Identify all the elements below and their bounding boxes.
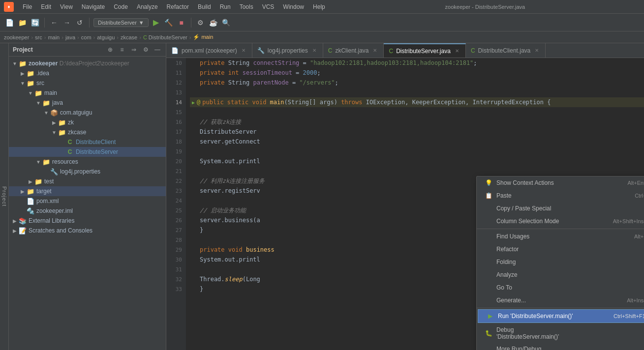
tab-pom[interactable]: 📄 pom.xml (zookeeper) ✕ [166,43,252,58]
tab-close-distributeclient[interactable]: ✕ [533,47,540,54]
tree-item-iml[interactable]: ▶ 🔩 zookeeper.iml [9,206,166,216]
tab-log4j[interactable]: 🔧 log4j.properties ✕ [252,43,323,58]
ctx-goto[interactable]: Go To ▶ [477,281,644,294]
toolbar-sync[interactable]: 🔄 [30,17,40,28]
ctx-folding[interactable]: Folding ▶ [477,256,644,268]
menu-refactor[interactable]: Refactor [163,2,193,11]
sidebar-collapse-btn[interactable]: ⇒ [129,45,138,54]
toolbar-stop[interactable]: ■ [176,17,187,28]
tree-item-com-atguigu[interactable]: ▼ 📦 com.atguigu [9,108,166,117]
menu-build[interactable]: Build [194,2,215,11]
code-editor[interactable]: 10 11 12 13 14 15 16 17 18 19 20 21 22 2… [166,58,644,350]
tree-label-iml: zookeeper.iml [36,207,73,214]
run-gutter-icon[interactable]: ▶ [192,100,195,105]
tree-item-idea[interactable]: ▶ 📁 .idea [9,68,166,78]
tab-close-pom[interactable]: ✕ [240,47,247,54]
menu-window[interactable]: Window [279,2,308,11]
tree-item-scratches[interactable]: ▶ 📝 Scratches and Consoles [9,226,166,235]
ctx-generate[interactable]: Generate... Alt+Insert [477,294,644,307]
tree-item-src[interactable]: ▼ 📁 src [9,78,166,88]
menu-navigate[interactable]: Navigate [78,2,109,11]
breadcrumb-zookeeper[interactable]: zookeeper [4,34,29,40]
tree-item-zkcase[interactable]: ▼ 📁 zkcase [9,127,166,137]
ctx-label-paste: Paste [496,192,631,199]
run-button[interactable]: ▶ [151,17,161,28]
tab-distributeserver[interactable]: C DistributeServer.java ✕ [384,43,465,58]
folder-icon-resources: 📁 [42,158,50,166]
toolbar-back[interactable]: ← [49,17,60,28]
sidebar-autoscroll-btn[interactable]: ≡ [118,45,126,54]
toolbar-sdk[interactable]: ☕ [208,17,219,28]
tree-item-target[interactable]: ▶ 📁 target [9,186,166,196]
tree-item-ext-libs[interactable]: ▶ 📚 External Libraries [9,216,166,226]
ctx-analyze[interactable]: Analyze ▶ [477,268,644,281]
menu-tools[interactable]: Tools [236,2,257,11]
sidebar-hide-btn[interactable]: — [153,45,162,54]
tab-label-distributeclient: DistributeClient.java [478,47,531,54]
window-title: zookeeper - DistributeServer.java [330,4,640,10]
java-icon-distributeclient: C [66,138,74,146]
toolbar-recent[interactable]: ↺ [74,17,85,28]
menu-view[interactable]: View [56,2,77,11]
tree-item-distributeserver[interactable]: ▶ C DistributeServer [9,147,166,157]
tree-arrow-target: ▶ [19,187,27,195]
ctx-paste[interactable]: 📋 Paste Ctrl+V [477,189,644,202]
run-config-selector[interactable]: DistributeServer ▼ [93,18,149,27]
toolbar-search[interactable]: 🔍 [221,17,232,28]
sidebar-title: Project [13,46,103,53]
tree-arrow-scratches: ▶ [11,227,19,234]
ctx-show-context-actions[interactable]: 💡 Show Context Actions Alt+Enter [477,176,644,189]
toolbar-more[interactable]: ⚙ [195,17,206,28]
tree-item-resources[interactable]: ▼ 📁 resources [9,157,166,167]
tree-item-zk[interactable]: ▶ 📁 zk [9,117,166,127]
tree-item-test[interactable]: ▶ 📁 test [9,176,166,186]
ctx-find-usages[interactable]: Find Usages Alt+F7 [477,230,644,243]
ctx-copy-paste-special[interactable]: Copy / Paste Special ▶ [477,202,644,215]
tab-icon-log4j: 🔧 [257,47,265,54]
breadcrumb-main[interactable]: main [48,34,60,40]
ctx-debug[interactable]: 🐛 Debug 'DistributeServer.main()' [477,324,644,343]
menu-help[interactable]: Help [309,2,329,11]
menu-file[interactable]: File [19,2,36,11]
menu-code[interactable]: Code [110,2,132,11]
tab-close-log4j[interactable]: ✕ [311,47,318,54]
breadcrumb-src[interactable]: src [35,34,42,40]
menu-run[interactable]: Run [216,2,235,11]
package-icon-com-atguigu: 📦 [50,109,58,117]
tab-close-zkclient[interactable]: ✕ [371,47,378,54]
project-file-tree: ▼ 📁 zookeeper D:\IdeaProject2\zookeeper … [9,57,166,350]
tab-zkclient[interactable]: C zkClient.java ✕ [323,43,384,58]
folder-icon-zkcase: 📁 [58,128,66,136]
ctx-refactor[interactable]: Refactor ▶ [477,243,644,256]
ctx-column-selection[interactable]: Column Selection Mode Alt+Shift+Insert [477,215,644,228]
breadcrumb-main-method[interactable]: ⚡ main [193,34,213,40]
tab-distributeclient[interactable]: C DistributeClient.java ✕ [466,43,546,58]
menu-vcs[interactable]: VCS [258,2,278,11]
breadcrumb-com[interactable]: com [81,34,92,40]
breadcrumb-distributeserver[interactable]: C DistributeServer [143,34,187,40]
ctx-run[interactable]: ▶ Run 'DistributeServer.main()' Ctrl+Shi… [478,309,644,323]
project-panel-toggle[interactable]: Project [0,43,9,350]
sidebar-scope-btn[interactable]: ⊕ [106,45,115,54]
sidebar-settings-btn[interactable]: ⚙ [141,45,150,54]
tree-item-java[interactable]: ▼ 📁 java [9,98,166,108]
menu-analyze[interactable]: Analyze [133,2,162,11]
tree-item-main[interactable]: ▼ 📁 main [9,88,166,98]
breadcrumb-java[interactable]: java [65,34,75,40]
tree-item-log4j[interactable]: ▶ 🔧 log4j.properties [9,167,166,176]
tab-close-distributeserver[interactable]: ✕ [454,48,460,55]
tree-item-distributeclient[interactable]: ▶ C DistributeClient [9,137,166,147]
toolbar-open[interactable]: 📁 [17,17,28,28]
breadcrumb-zkcase[interactable]: zkcase [121,34,137,40]
tree-item-pom[interactable]: ▶ 📄 pom.xml [9,196,166,206]
toolbar-new-file[interactable]: 📄 [4,17,15,28]
tree-arrow-main: ▼ [27,89,34,97]
toolbar-forward[interactable]: → [61,17,72,28]
line-numbers: 10 11 12 13 14 15 16 17 18 19 20 21 22 2… [166,58,186,350]
ctx-more-run[interactable]: More Run/Debug ▶ [477,343,644,350]
tree-item-zookeeper[interactable]: ▼ 📁 zookeeper D:\IdeaProject2\zookeeper [9,58,166,68]
toolbar-build[interactable]: 🔨 [163,17,174,28]
breadcrumb-atguigu[interactable]: atguigu [97,34,115,40]
menu-edit[interactable]: Edit [37,2,55,11]
line-num-19: 19 [166,146,186,156]
